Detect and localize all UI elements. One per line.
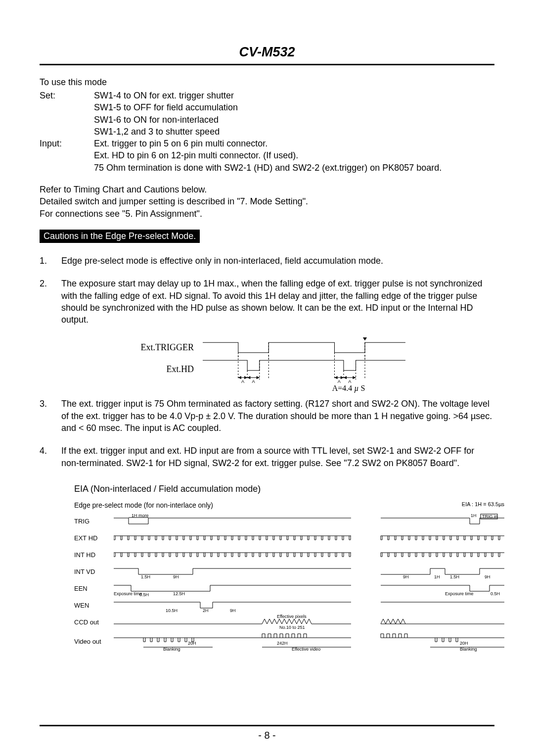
tc-row-ccd: CCD out Effective pixels No.10 to 251 (74, 614, 504, 631)
a-equation: A=4.4 µ S (203, 384, 494, 393)
svg-marker-17 (247, 376, 250, 379)
kv-line: SW1-1,2 and 3 to shutter speed (94, 126, 238, 138)
caution-text: The ext. trigger input is 75 Ohm termina… (61, 398, 494, 434)
svg-text:1.5H: 1.5H (450, 574, 459, 579)
svg-text:9H: 9H (173, 574, 179, 579)
svg-marker-20 (335, 376, 338, 379)
svg-text:20H: 20H (460, 641, 468, 646)
svg-text:242H: 242H (277, 641, 288, 646)
kv-val: SW1-4 to ON for ext. trigger shutter SW1… (94, 90, 238, 138)
chart-subtitle: Edge pre-select mode (for non-interlace … (74, 501, 213, 509)
caution-text: If the ext. trigger input and ext. HD in… (61, 445, 494, 469)
svg-text:12.5H: 12.5H (173, 591, 185, 596)
a-label: A (252, 379, 255, 384)
tc-label: WEN (74, 602, 114, 609)
svg-marker-14 (238, 376, 241, 379)
refer-line: For connections see "5. Pin Assignment". (40, 208, 494, 220)
tc-row-intvd: INT VD 1.5H 9H 9H 1H 1.5H 9H (74, 564, 504, 580)
tc-exthd-wave (114, 530, 504, 547)
caution-item: 2. The exposure start may delay up to 1H… (40, 278, 494, 326)
svg-text:No.10 to 251: No.10 to 251 (279, 625, 305, 630)
tc-row-video: Video out 20H 242H Blanking Effective vi… (74, 631, 504, 653)
tc-label: TRIG (74, 518, 114, 525)
edge-preselect-timing-chart: TRIG 1H more 1H TRIG in EXT HD INT HD (74, 513, 504, 653)
tc-trig-wave: 1H more 1H TRIG in (114, 513, 504, 530)
svg-marker-24 (353, 376, 356, 379)
tc-label: EEN (74, 585, 114, 592)
a-label: A (338, 379, 341, 384)
tc-video-wave: 20H 242H Blanking Effective video 20H Bl… (114, 631, 504, 653)
kv-key: Input: (40, 138, 94, 174)
svg-text:1.5H: 1.5H (141, 574, 150, 579)
tc-row-trig: TRIG 1H more 1H TRIG in (74, 513, 504, 530)
chart-title: EIA (Non-interlaced / Field accumulation… (74, 484, 494, 494)
tc-label: INT VD (74, 568, 114, 575)
svg-text:1H: 1H (434, 574, 440, 579)
caution-num: 3. (40, 398, 61, 434)
caution-num: 1. (40, 255, 61, 267)
tc-ccd-wave: Effective pixels No.10 to 251 (114, 614, 504, 631)
kv-row-set: Set: SW1-4 to ON for ext. trigger shutte… (40, 90, 494, 138)
svg-text:TRIG in: TRIG in (482, 514, 497, 519)
kv-line: 75 Ohm termination is done with SW2-1 (H… (94, 162, 442, 174)
a-label: A (348, 379, 352, 384)
td1-trigger-label: Ext.TRIGGER (129, 342, 203, 353)
a-label: A (241, 379, 245, 384)
kv-line: Ext. trigger to pin 5 on 6 pin multi con… (94, 138, 442, 149)
caution-text: The exposure start may delay up to 1H ma… (61, 278, 494, 326)
tc-een-wave: Exposure time 0.5H 12.5H Exposure time 0… (114, 580, 504, 597)
kv-line: SW1-5 to OFF for field accumulation (94, 101, 238, 113)
tc-inthd-wave (114, 547, 504, 564)
header: CV-M532 (40, 45, 494, 60)
tc-row-een: EEN Exposure time 0.5H 12.5H Exposure ti… (74, 580, 504, 597)
caution-text: Edge pre-select mode is effective only i… (61, 255, 494, 267)
refer-line: Refer to Timing Chart and Cautions below… (40, 184, 494, 195)
svg-marker-18 (257, 376, 260, 379)
svg-text:9H: 9H (230, 608, 236, 613)
kv-key: Set: (40, 90, 94, 138)
td1-hd-row: Ext.HD A A A A (129, 358, 405, 380)
svg-text:0.5H: 0.5H (490, 591, 500, 596)
svg-text:Exposure time: Exposure time (445, 591, 474, 596)
model-title: CV-M532 (239, 45, 295, 59)
kv-line: SW1-6 to ON for non-interlaced (94, 114, 238, 126)
kv-row-input: Input: Ext. trigger to pin 5 on 6 pin mu… (40, 138, 494, 174)
sync-timing-diagram: Ext.TRIGGER Ext.HD A A (129, 336, 405, 380)
svg-marker-4 (363, 337, 367, 340)
caution-item: 4. If the ext. trigger input and ext. HD… (40, 445, 494, 469)
page-number: - 8 - (0, 730, 534, 741)
td1-hd-label: Ext.HD (129, 364, 203, 375)
tc-label: EXT HD (74, 534, 114, 542)
refer-line: Detailed switch and jumper setting is de… (40, 195, 494, 207)
tc-label: Video out (74, 638, 114, 645)
chart-sub: Edge pre-select mode (for non-interlace … (74, 501, 504, 509)
svg-text:1H: 1H (471, 513, 477, 518)
cautions-list-cont: 3. The ext. trigger input is 75 Ohm term… (40, 398, 494, 469)
cautions-title-box: Cautions in the Edge Pre-select Mode. (40, 230, 200, 243)
caution-item: 1. Edge pre-select mode is effective onl… (40, 255, 494, 267)
tc-row-inthd: INT HD (74, 547, 504, 564)
td1-hd-wave: A A A A (203, 354, 405, 385)
refer-block: Refer to Timing Chart and Cautions below… (40, 184, 494, 220)
kv-line: SW1-4 to ON for ext. trigger shutter (94, 90, 238, 101)
svg-marker-23 (344, 376, 347, 379)
caution-num: 4. (40, 445, 61, 469)
chart-eia-note: EIA : 1H = 63.5µs (462, 501, 504, 509)
footer-rule (40, 725, 494, 726)
svg-text:0.5H: 0.5H (139, 592, 149, 597)
title-rule (40, 64, 494, 65)
svg-text:20H: 20H (188, 641, 196, 646)
svg-text:Effective pixels: Effective pixels (277, 614, 307, 619)
caution-num: 2. (40, 278, 61, 326)
tc-intvd-wave: 1.5H 9H 9H 1H 1.5H 9H (114, 564, 504, 580)
caution-item: 3. The ext. trigger input is 75 Ohm term… (40, 398, 494, 434)
kv-val: Ext. trigger to pin 5 on 6 pin multi con… (94, 138, 442, 174)
svg-text:10.5H: 10.5H (166, 608, 178, 613)
svg-text:2H: 2H (203, 608, 209, 613)
use-mode-table: Set: SW1-4 to ON for ext. trigger shutte… (40, 90, 494, 174)
svg-text:9H: 9H (485, 574, 490, 579)
svg-marker-15 (244, 376, 247, 379)
svg-text:Exposure time: Exposure time (114, 591, 142, 596)
tc-label: CCD out (74, 618, 114, 626)
tc-row-exthd: EXT HD (74, 530, 504, 547)
